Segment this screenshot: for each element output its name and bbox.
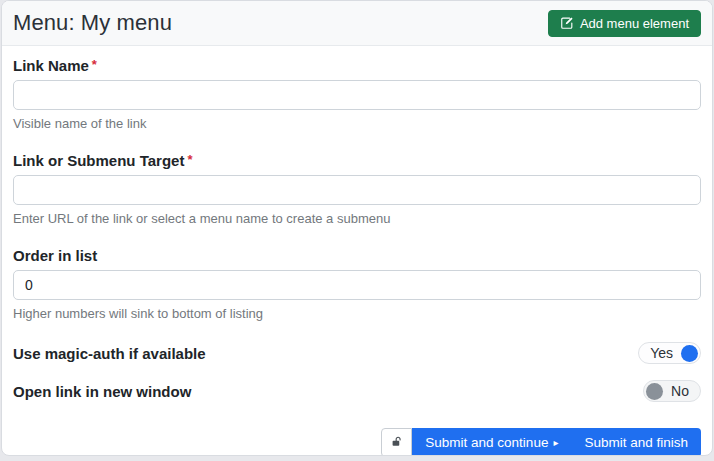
caret-right-icon: ▸ — [553, 438, 558, 448]
required-asterisk: * — [187, 152, 192, 167]
link-target-label: Link or Submenu Target* — [13, 152, 701, 169]
field-order-in-list: Order in list Higher numbers will sink t… — [13, 247, 701, 321]
pencil-square-icon — [560, 16, 574, 30]
new-window-toggle[interactable]: No — [643, 380, 701, 402]
field-link-name: Link Name* Visible name of the link — [13, 57, 701, 131]
lock-button[interactable] — [381, 428, 412, 456]
link-target-label-text: Link or Submenu Target — [13, 152, 184, 169]
order-input[interactable] — [13, 270, 701, 300]
magic-auth-toggle[interactable]: Yes — [638, 342, 701, 364]
menu-edit-card: Menu: My menu Add menu element Link Name… — [1, 0, 713, 456]
submit-and-finish-button[interactable]: Submit and finish — [571, 428, 701, 456]
order-label: Order in list — [13, 247, 701, 264]
order-help: Higher numbers will sink to bottom of li… — [13, 306, 701, 321]
toggle-knob-icon — [681, 345, 698, 362]
link-target-help: Enter URL of the link or select a menu n… — [13, 211, 701, 226]
magic-auth-row: Use magic-auth if available Yes — [13, 342, 701, 364]
link-name-label-text: Link Name — [13, 57, 89, 74]
magic-auth-toggle-state: Yes — [641, 345, 677, 361]
required-asterisk: * — [92, 57, 97, 72]
link-target-input[interactable] — [13, 175, 701, 205]
add-menu-element-button[interactable]: Add menu element — [548, 10, 701, 37]
page-title: Menu: My menu — [13, 10, 172, 36]
link-name-help: Visible name of the link — [13, 116, 701, 131]
magic-auth-label: Use magic-auth if available — [13, 345, 206, 362]
unlock-icon — [390, 435, 403, 451]
page-background-strip — [0, 456, 714, 461]
toggle-knob-icon — [646, 383, 663, 400]
submit-and-continue-label: Submit and continue — [425, 435, 548, 450]
field-link-target: Link or Submenu Target* Enter URL of the… — [13, 152, 701, 226]
page: Menu: My menu Add menu element Link Name… — [0, 0, 714, 461]
card-header: Menu: My menu Add menu element — [2, 1, 712, 46]
new-window-row: Open link in new window No — [13, 380, 701, 402]
new-window-label: Open link in new window — [13, 383, 191, 400]
link-name-input[interactable] — [13, 80, 701, 110]
submit-and-finish-label: Submit and finish — [584, 435, 688, 450]
link-name-label: Link Name* — [13, 57, 701, 74]
form-actions: Submit and continue ▸ Submit and finish — [13, 428, 701, 456]
new-window-toggle-state: No — [667, 383, 698, 399]
add-menu-element-label: Add menu element — [580, 16, 689, 31]
form: Link Name* Visible name of the link Link… — [2, 46, 712, 456]
submit-and-continue-button[interactable]: Submit and continue ▸ — [412, 428, 571, 456]
